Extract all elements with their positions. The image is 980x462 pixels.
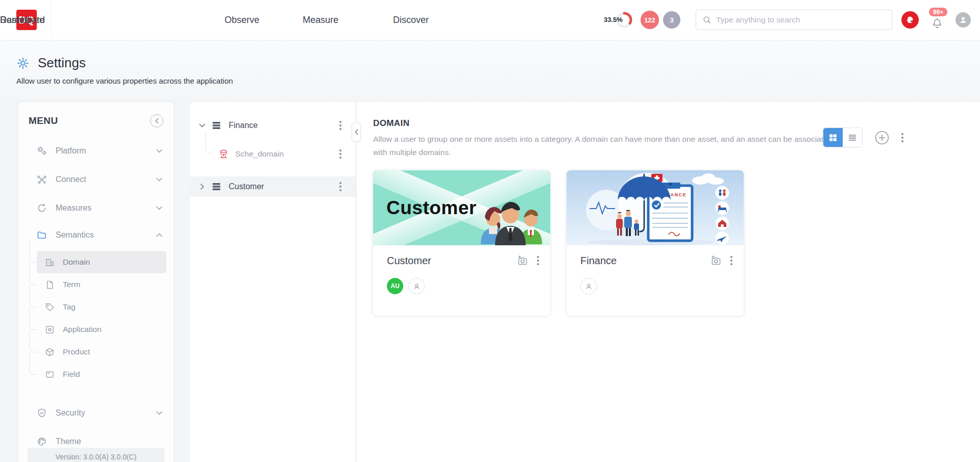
domain-main-panel: DOMAIN Allow a user to group one or more… <box>357 102 980 462</box>
nav-item-measure[interactable]: Measure <box>303 0 338 40</box>
page-subtitle: Allow user to configure various properti… <box>16 76 233 85</box>
field-icon <box>45 370 55 379</box>
card-kebab-menu[interactable] <box>730 256 732 265</box>
plus-circle-icon <box>875 131 889 145</box>
banner-text: Customer <box>386 197 477 219</box>
notifications-button[interactable]: 99+ <box>927 9 947 31</box>
version-label: Version: 3.0.0(A) 3.0.0(C) <box>28 448 164 462</box>
alert-count-badge[interactable]: 122 <box>641 11 659 29</box>
sidebar-item-label: Term <box>63 280 80 289</box>
add-domain-button[interactable] <box>875 131 889 145</box>
sidebar-item-label: Theme <box>56 437 81 446</box>
camera-plus-icon <box>517 254 529 267</box>
change-banner-button[interactable] <box>517 254 529 267</box>
settings-gear-icon <box>16 57 30 70</box>
search-input[interactable] <box>716 15 886 24</box>
info-count-badge[interactable]: 3 <box>663 11 680 29</box>
sidebar-item-label: Security <box>56 408 85 418</box>
chevron-down-icon <box>199 123 205 127</box>
assistant-bot-icon[interactable] <box>901 11 919 29</box>
card-kebab-menu[interactable] <box>537 256 539 265</box>
chevron-right-icon <box>200 184 204 190</box>
domain-card-finance[interactable]: INSURANCE <box>567 170 744 316</box>
chevron-down-icon <box>156 206 162 210</box>
card-title: Finance <box>580 255 617 267</box>
chevron-left-icon <box>354 130 358 135</box>
tree-panel-collapse-handle[interactable] <box>352 122 361 142</box>
sidebar-item-product[interactable]: Product <box>37 341 166 363</box>
node-kebab-menu[interactable] <box>337 180 349 193</box>
quality-score-donut[interactable]: 33.5% <box>604 11 633 29</box>
menu-panel-title: MENU <box>29 115 58 126</box>
tree-node-finance[interactable]: Finance <box>190 115 356 136</box>
section-kebab-menu[interactable] <box>901 133 903 142</box>
domain-tree-panel: Finance Sche_domain Customer <box>190 102 356 462</box>
sidebar-item-label: Application <box>63 325 102 334</box>
add-user-button[interactable] <box>408 278 425 294</box>
measures-icon <box>37 203 47 213</box>
chevron-left-icon <box>155 118 159 124</box>
palette-icon <box>37 437 47 447</box>
owner-avatar-chip[interactable]: AU <box>387 278 403 294</box>
domain-cards: Customer <box>373 170 744 316</box>
tag-icon <box>45 302 55 312</box>
sidebar-item-tag[interactable]: Tag <box>37 296 166 318</box>
document-icon <box>45 280 55 290</box>
schema-icon <box>218 149 229 159</box>
folder-icon <box>37 230 47 240</box>
nav-item-observe[interactable]: Observe <box>225 0 259 40</box>
chevron-up-icon <box>156 233 162 237</box>
page-header: Settings Allow user to configure various… <box>0 40 980 102</box>
user-avatar[interactable] <box>955 12 971 28</box>
sidebar-item-application[interactable]: Application <box>37 318 166 341</box>
sidebar-item-connect[interactable]: Connect <box>18 165 174 194</box>
sidebar-item-label: Platform <box>56 146 86 156</box>
change-banner-button[interactable] <box>710 254 722 267</box>
chevron-down-icon <box>156 177 162 182</box>
tree-node-sche-domain[interactable]: Sche_domain <box>190 144 356 164</box>
card-title: Customer <box>387 255 431 267</box>
tree-node-label: Sche_domain <box>235 149 284 159</box>
list-view-button[interactable] <box>843 128 862 147</box>
section-description: Allow a user to group one or more assets… <box>373 133 840 159</box>
tree-node-customer[interactable]: Customer <box>190 176 356 197</box>
app-root: DQ Observe Measure Discover Remediate Da… <box>0 0 980 462</box>
people-illustration <box>467 179 548 245</box>
list-icon <box>848 133 857 142</box>
add-user-button[interactable] <box>580 278 597 294</box>
sidebar-item-label: Semantics <box>56 230 94 240</box>
global-search <box>696 10 892 30</box>
grid-view-button[interactable] <box>823 128 843 147</box>
domain-stack-icon <box>211 120 222 131</box>
menu-collapse-button[interactable] <box>150 114 163 127</box>
quality-score-value: 33.5% <box>604 16 623 23</box>
node-kebab-menu[interactable] <box>337 119 349 132</box>
sidebar-item-security[interactable]: Security <box>18 399 174 427</box>
nav-item-dashboard[interactable]: Dashboard <box>0 0 45 40</box>
camera-plus-icon <box>710 254 722 267</box>
domain-card-customer[interactable]: Customer <box>373 170 550 316</box>
sidebar-item-domain[interactable]: Domain <box>37 251 166 273</box>
search-icon <box>702 15 712 24</box>
grid-icon <box>828 133 838 142</box>
nav-divider <box>51 0 52 40</box>
tree-node-label: Customer <box>229 182 264 191</box>
sidebar-item-term[interactable]: Term <box>37 273 166 296</box>
sidebar-item-measures[interactable]: Measures <box>18 194 174 222</box>
semantics-children: Domain Term Tag Application <box>18 248 174 388</box>
page-title: Settings <box>38 55 86 71</box>
domain-stack-icon <box>211 182 222 192</box>
shield-check-icon <box>37 408 47 418</box>
finance-banner-image: INSURANCE <box>567 170 744 245</box>
sidebar-item-label: Measures <box>56 203 91 213</box>
add-person-icon <box>584 282 593 291</box>
sidebar-item-field[interactable]: Field <box>37 363 166 386</box>
notification-count-badge: 99+ <box>928 7 948 17</box>
view-toggle-group <box>823 127 863 147</box>
sidebar-item-label: Tag <box>63 302 76 312</box>
chevron-down-icon <box>156 149 162 153</box>
sidebar-item-semantics[interactable]: Semantics <box>18 222 174 248</box>
nav-item-discover[interactable]: Discover <box>393 0 429 40</box>
node-kebab-menu[interactable] <box>337 147 349 161</box>
sidebar-item-platform[interactable]: Platform <box>18 137 174 165</box>
